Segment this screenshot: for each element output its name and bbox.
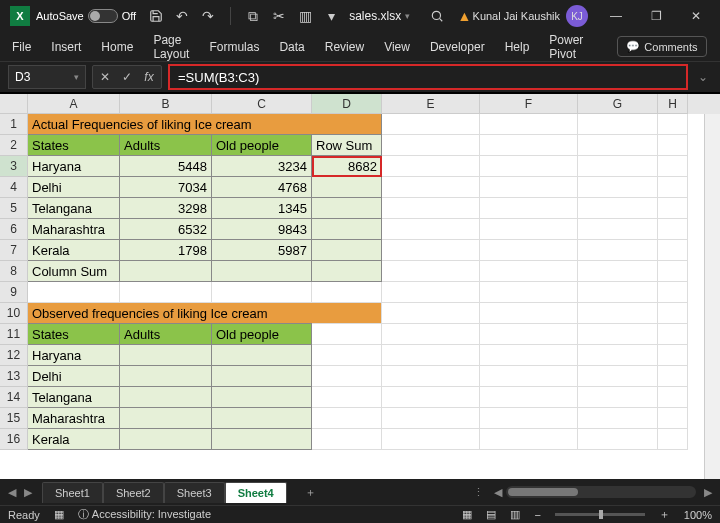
spreadsheet-grid[interactable]: ABCDEFGH 12345678910111213141516 Actual … — [0, 94, 720, 479]
table1-state-3[interactable]: Haryana — [28, 156, 120, 177]
row-header-2[interactable]: 2 — [0, 135, 28, 156]
cell-G2[interactable] — [578, 135, 658, 156]
zoom-level[interactable]: 100% — [684, 509, 712, 521]
cell-C15[interactable] — [212, 408, 312, 429]
column-header-A[interactable]: A — [28, 94, 120, 114]
cell-D16[interactable] — [312, 429, 382, 450]
cell-A9[interactable] — [28, 282, 120, 303]
cell-E15[interactable] — [382, 408, 480, 429]
tab-review[interactable]: Review — [323, 36, 366, 58]
cell-F5[interactable] — [480, 198, 578, 219]
cell-F9[interactable] — [480, 282, 578, 303]
search-icon[interactable] — [429, 8, 445, 24]
table1-state-7[interactable]: Kerala — [28, 240, 120, 261]
sheet-prev-icon[interactable]: ◀ — [8, 486, 16, 499]
row-header-8[interactable]: 8 — [0, 261, 28, 282]
cell-E5[interactable] — [382, 198, 480, 219]
cell-H13[interactable] — [658, 366, 688, 387]
table1-adults-6[interactable]: 6532 — [120, 219, 212, 240]
row-header-14[interactable]: 14 — [0, 387, 28, 408]
table2-header-adults[interactable]: Adults — [120, 324, 212, 345]
row-header-11[interactable]: 11 — [0, 324, 28, 345]
cell-H16[interactable] — [658, 429, 688, 450]
cell-G9[interactable] — [578, 282, 658, 303]
tab-power-pivot[interactable]: Power Pivot — [547, 29, 585, 65]
cell-F3[interactable] — [480, 156, 578, 177]
sheet-tab-sheet3[interactable]: Sheet3 — [164, 482, 225, 503]
cell-G14[interactable] — [578, 387, 658, 408]
table2-state-15[interactable]: Maharashtra — [28, 408, 120, 429]
cell-D13[interactable] — [312, 366, 382, 387]
table1-title[interactable]: Actual Frequencies of liking Ice cream — [28, 114, 382, 135]
cell-E8[interactable] — [382, 261, 480, 282]
hscroll-left-icon[interactable]: ◀ — [494, 486, 502, 499]
cell-E4[interactable] — [382, 177, 480, 198]
sheet-tabs-options-icon[interactable]: ⋮ — [473, 486, 484, 499]
expand-formula-bar-icon[interactable]: ⌄ — [694, 70, 712, 84]
cell-D14[interactable] — [312, 387, 382, 408]
cell-G4[interactable] — [578, 177, 658, 198]
cell-H15[interactable] — [658, 408, 688, 429]
zoom-slider[interactable] — [555, 513, 645, 516]
cell-F2[interactable] — [480, 135, 578, 156]
cell-E11[interactable] — [382, 324, 480, 345]
table2-header-oldpeople[interactable]: Old people — [212, 324, 312, 345]
cell-C8[interactable] — [212, 261, 312, 282]
cell-B16[interactable] — [120, 429, 212, 450]
fx-icon[interactable]: fx — [141, 70, 157, 84]
cell-E10[interactable] — [382, 303, 480, 324]
cell-B13[interactable] — [120, 366, 212, 387]
table2-state-14[interactable]: Telangana — [28, 387, 120, 408]
cell-G10[interactable] — [578, 303, 658, 324]
cell-G11[interactable] — [578, 324, 658, 345]
cell-E7[interactable] — [382, 240, 480, 261]
cell-G3[interactable] — [578, 156, 658, 177]
table2-header-states[interactable]: States — [28, 324, 120, 345]
cell-H14[interactable] — [658, 387, 688, 408]
cell-F4[interactable] — [480, 177, 578, 198]
cell-B8[interactable] — [120, 261, 212, 282]
cell-E14[interactable] — [382, 387, 480, 408]
cell-D15[interactable] — [312, 408, 382, 429]
column-header-E[interactable]: E — [382, 94, 480, 114]
cell-H9[interactable] — [658, 282, 688, 303]
cell-G8[interactable] — [578, 261, 658, 282]
cell-E16[interactable] — [382, 429, 480, 450]
tab-home[interactable]: Home — [99, 36, 135, 58]
add-sheet-button[interactable]: ＋ — [299, 485, 323, 500]
cell-H8[interactable] — [658, 261, 688, 282]
cell-F11[interactable] — [480, 324, 578, 345]
cell-C9[interactable] — [212, 282, 312, 303]
cell-F14[interactable] — [480, 387, 578, 408]
formula-input[interactable]: =SUM(B3:C3) — [168, 64, 688, 90]
cell-H11[interactable] — [658, 324, 688, 345]
table1-adults-3[interactable]: 5448 — [120, 156, 212, 177]
cell-G16[interactable] — [578, 429, 658, 450]
row-header-13[interactable]: 13 — [0, 366, 28, 387]
cell-G15[interactable] — [578, 408, 658, 429]
warning-icon[interactable]: ▲ — [457, 8, 473, 24]
row-header-1[interactable]: 1 — [0, 114, 28, 135]
cell-F13[interactable] — [480, 366, 578, 387]
cell-F12[interactable] — [480, 345, 578, 366]
row-header-15[interactable]: 15 — [0, 408, 28, 429]
copy-icon[interactable]: ⧉ — [245, 8, 261, 24]
view-page-break-icon[interactable]: ▥ — [510, 508, 520, 521]
cell-H6[interactable] — [658, 219, 688, 240]
row-header-10[interactable]: 10 — [0, 303, 28, 324]
close-button[interactable]: ✕ — [676, 0, 716, 32]
cell-F1[interactable] — [480, 114, 578, 135]
cell-H3[interactable] — [658, 156, 688, 177]
tab-data[interactable]: Data — [277, 36, 306, 58]
cells-area[interactable]: Actual Frequencies of liking Ice creamSt… — [28, 114, 720, 479]
cell-D12[interactable] — [312, 345, 382, 366]
undo-icon[interactable]: ↶ — [174, 8, 190, 24]
table1-sum-4[interactable] — [312, 177, 382, 198]
cell-E2[interactable] — [382, 135, 480, 156]
cell-D9[interactable] — [312, 282, 382, 303]
row-header-4[interactable]: 4 — [0, 177, 28, 198]
table1-header-rowsum[interactable]: Row Sum — [312, 135, 382, 156]
row-header-12[interactable]: 12 — [0, 345, 28, 366]
table1-adults-5[interactable]: 3298 — [120, 198, 212, 219]
cell-H10[interactable] — [658, 303, 688, 324]
